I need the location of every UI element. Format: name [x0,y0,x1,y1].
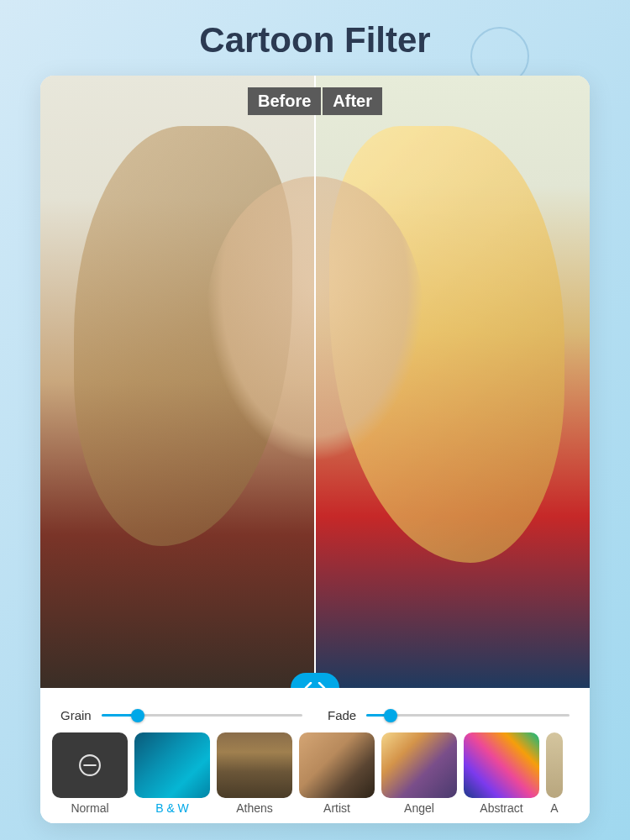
filter-thumb-partial [546,732,563,798]
filter-thumb-artist [299,732,375,798]
filter-label: Angel [381,801,457,815]
page-title: Cartoon Filter [0,0,630,76]
filter-abstract[interactable]: Abstract [464,732,539,815]
filter-thumb-athens [217,732,292,798]
grain-thumb[interactable] [131,709,144,722]
comparison-divider [314,76,316,688]
filter-bw[interactable]: B & W [134,732,210,815]
controls-panel: Grain Fade [40,688,590,823]
fade-thumb[interactable] [384,709,397,722]
sliders-row: Grain Fade [52,708,578,732]
filter-thumb-angel [381,732,457,798]
comparison-labels: Before After [248,87,382,115]
filter-athens[interactable]: Athens [217,732,292,815]
filter-label: A [546,801,563,815]
chevron-right-icon [317,682,327,688]
minus-circle-icon [76,751,104,780]
comparison-scrubber[interactable] [291,673,339,688]
filter-label: Artist [299,801,375,815]
filter-label: Abstract [464,801,539,815]
filter-thumb-bw [134,732,210,798]
filter-next-partial[interactable]: A [546,732,563,815]
fade-label: Fade [328,708,356,722]
filter-thumb-normal [52,732,128,798]
filter-thumb-abstract [464,732,539,798]
filter-label: Normal [52,801,128,815]
filter-label: Athens [217,801,292,815]
grain-slider[interactable] [102,714,302,717]
image-preview: Before After [40,76,590,688]
filter-artist[interactable]: Artist [299,732,375,815]
fade-slider-group: Fade [328,708,570,722]
grain-label: Grain [60,708,92,722]
after-label: After [323,87,382,115]
filter-normal[interactable]: Normal [52,732,128,815]
grain-slider-group: Grain [60,708,302,722]
filter-label: B & W [134,801,210,815]
chevron-left-icon [303,682,313,688]
filter-angel[interactable]: Angel [381,732,457,815]
fade-slider[interactable] [366,714,570,717]
before-label: Before [248,87,321,115]
filter-strip[interactable]: Normal B & W Athens Artist Angel Abstrac [52,732,578,815]
app-frame: Before After Grain Fade [40,76,590,823]
